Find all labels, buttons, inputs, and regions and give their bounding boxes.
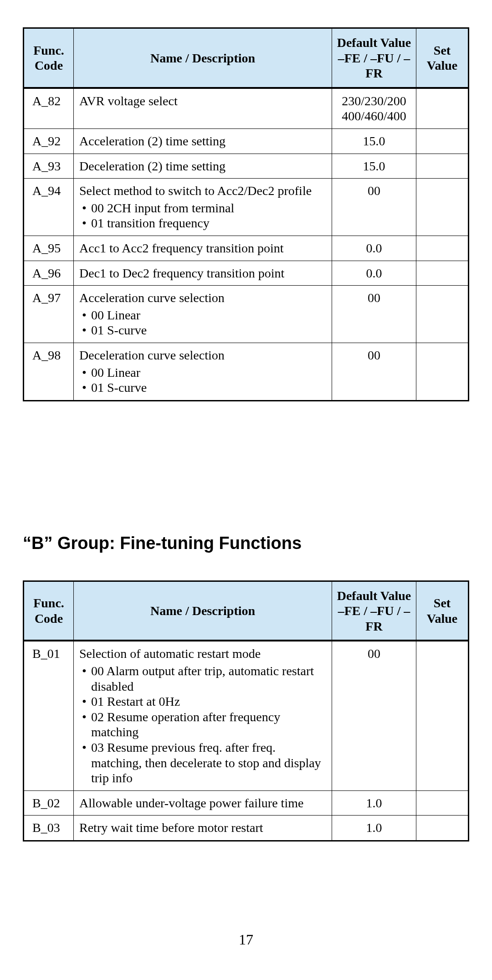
cell-name: Dec1 to Dec2 frequency transition point — [74, 261, 332, 286]
cell-default: 0.0 — [332, 261, 416, 286]
table-row: B_01Selection of automatic restart mode0… — [24, 641, 469, 790]
option-item: 00 Linear — [79, 365, 140, 380]
option-item: 01 S-curve — [79, 380, 147, 395]
cell-set — [416, 790, 469, 816]
table-header-row: Func. Code Name / Description Default Va… — [24, 581, 469, 641]
cell-code: A_93 — [24, 154, 74, 179]
page-content: Func. Code Name / Description Default Va… — [0, 0, 492, 841]
col-header-default: Default Value –FE / –FU / –FR — [332, 28, 416, 88]
cell-default: 15.0 — [332, 154, 416, 179]
cell-name: Acceleration curve selection00 Linear01 … — [74, 286, 332, 343]
cell-set — [416, 128, 469, 154]
cell-set — [416, 88, 469, 128]
option-item: 01 S-curve — [79, 323, 147, 338]
cell-name: Select method to switch to Acc2/Dec2 pro… — [74, 179, 332, 236]
col-header-name: Name / Description — [74, 581, 332, 641]
option-item: 00 Linear — [79, 308, 140, 323]
table-a-body: A_82AVR voltage select230/230/200 400/46… — [24, 88, 469, 400]
table-a: Func. Code Name / Description Default Va… — [23, 27, 469, 401]
table-row: A_96Dec1 to Dec2 frequency transition po… — [24, 261, 469, 286]
option-item: 00 Alarm output after trip, automatic re… — [79, 663, 326, 694]
cell-code: A_98 — [24, 343, 74, 400]
cell-code: A_95 — [24, 236, 74, 261]
col-header-code: Func. Code — [24, 28, 74, 88]
col-header-set: Set Value — [416, 581, 469, 641]
table-header-row: Func. Code Name / Description Default Va… — [24, 28, 469, 88]
page-number: 17 — [0, 931, 492, 948]
cell-set — [416, 154, 469, 179]
cell-default: 00 — [332, 641, 416, 790]
cell-name: Acceleration (2) time setting — [74, 128, 332, 154]
option-item: 01 transition frequency — [79, 215, 326, 231]
cell-set — [416, 261, 469, 286]
cell-name: Deceleration curve selection00 Linear01 … — [74, 343, 332, 400]
cell-name: Acc1 to Acc2 frequency transition point — [74, 236, 332, 261]
cell-set — [416, 641, 469, 790]
cell-name: AVR voltage select — [74, 88, 332, 128]
cell-default: 00 — [332, 179, 416, 236]
table-row: B_02Allowable under-voltage power failur… — [24, 790, 469, 816]
cell-code: A_92 — [24, 128, 74, 154]
cell-default: 00 — [332, 286, 416, 343]
cell-name: Allowable under-voltage power failure ti… — [74, 790, 332, 816]
cell-name: Deceleration (2) time setting — [74, 154, 332, 179]
cell-code: A_94 — [24, 179, 74, 236]
table-row: A_92Acceleration (2) time setting15.0 — [24, 128, 469, 154]
table-row: B_03Retry wait time before motor restart… — [24, 816, 469, 841]
cell-code: B_03 — [24, 816, 74, 841]
option-list: 00 2CH input from terminal01 transition … — [79, 200, 326, 231]
option-inline: 00 Linear01 S-curve — [79, 308, 326, 338]
col-header-default: Default Value –FE / –FU / –FR — [332, 581, 416, 641]
table-row: A_93Deceleration (2) time setting15.0 — [24, 154, 469, 179]
section-b-title: “B” Group: Fine-tuning Functions — [23, 534, 469, 553]
cell-code: A_97 — [24, 286, 74, 343]
option-list: 00 Alarm output after trip, automatic re… — [79, 663, 326, 786]
cell-default: 1.0 — [332, 790, 416, 816]
option-item: 00 2CH input from terminal — [79, 200, 326, 216]
cell-default: 00 — [332, 343, 416, 400]
table-b: Func. Code Name / Description Default Va… — [23, 580, 469, 841]
option-item: 02 Resume operation after frequency matc… — [79, 709, 326, 740]
cell-set — [416, 179, 469, 236]
cell-default: 15.0 — [332, 128, 416, 154]
table-row: A_82AVR voltage select230/230/200 400/46… — [24, 88, 469, 128]
cell-default: 1.0 — [332, 816, 416, 841]
cell-set — [416, 816, 469, 841]
col-header-set: Set Value — [416, 28, 469, 88]
cell-set — [416, 343, 469, 400]
cell-set — [416, 286, 469, 343]
cell-default: 0.0 — [332, 236, 416, 261]
cell-code: A_82 — [24, 88, 74, 128]
cell-default: 230/230/200 400/460/400 — [332, 88, 416, 128]
table-row: A_95Acc1 to Acc2 frequency transition po… — [24, 236, 469, 261]
cell-code: B_01 — [24, 641, 74, 790]
option-item: 01 Restart at 0Hz — [79, 694, 326, 709]
option-item: 03 Resume previous freq. after freq. mat… — [79, 740, 326, 786]
table-b-body: B_01Selection of automatic restart mode0… — [24, 641, 469, 841]
table-row: A_98Deceleration curve selection00 Linea… — [24, 343, 469, 400]
cell-name: Retry wait time before motor restart — [74, 816, 332, 841]
table-row: A_97Acceleration curve selection00 Linea… — [24, 286, 469, 343]
option-inline: 00 Linear01 S-curve — [79, 365, 326, 395]
cell-code: B_02 — [24, 790, 74, 816]
col-header-code: Func. Code — [24, 581, 74, 641]
col-header-name: Name / Description — [74, 28, 332, 88]
table-row: A_94Select method to switch to Acc2/Dec2… — [24, 179, 469, 236]
cell-set — [416, 236, 469, 261]
cell-code: A_96 — [24, 261, 74, 286]
cell-name: Selection of automatic restart mode00 Al… — [74, 641, 332, 790]
